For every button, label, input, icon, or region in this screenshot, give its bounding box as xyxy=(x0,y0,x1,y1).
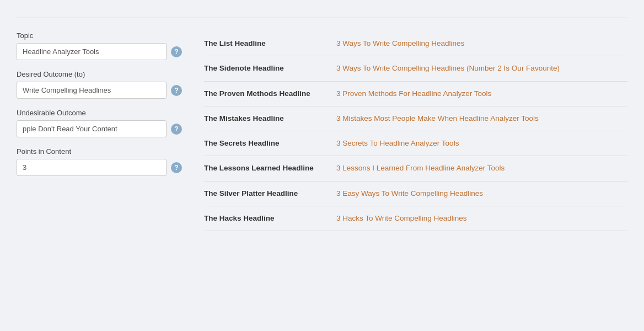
help-icon-desired_outcome[interactable]: ? xyxy=(171,85,182,96)
headline-type-label: The Hacks Headline xyxy=(204,213,325,222)
headline-value[interactable]: 3 Mistakes Most People Make When Headlin… xyxy=(336,113,627,124)
field-group-points_in_content: Points in Content? xyxy=(17,147,182,176)
headline-row: The Lessons Learned Headline3 Lessons I … xyxy=(204,156,627,181)
page-container: Topic?Desired Outcome (to)?Undesirable O… xyxy=(0,0,644,242)
label-points_in_content: Points in Content xyxy=(17,147,182,156)
input-desired_outcome[interactable] xyxy=(17,82,167,99)
right-panel: The List Headline3 Ways To Write Compell… xyxy=(204,31,627,231)
headline-row: The Silver Platter Headline3 Easy Ways T… xyxy=(204,181,627,206)
headline-value[interactable]: 3 Hacks To Write Compelling Headlines xyxy=(336,213,627,224)
headline-row: The Hacks Headline3 Hacks To Write Compe… xyxy=(204,206,627,231)
label-undesirable_outcome: Undesirable Outcome xyxy=(17,109,182,117)
label-topic: Topic xyxy=(17,31,182,40)
input-row-points_in_content: ? xyxy=(17,159,182,176)
headline-value[interactable]: 3 Easy Ways To Write Compelling Headline… xyxy=(336,188,627,199)
headline-type-label: The Secrets Headline xyxy=(204,138,325,147)
input-points_in_content[interactable] xyxy=(17,159,167,176)
headline-value[interactable]: 3 Secrets To Headline Analyzer Tools xyxy=(336,138,627,149)
input-row-undesirable_outcome: ? xyxy=(17,120,182,137)
headline-row: The Proven Methods Headline3 Proven Meth… xyxy=(204,82,627,106)
input-row-topic: ? xyxy=(17,43,182,60)
headline-row: The Secrets Headline3 Secrets To Headlin… xyxy=(204,131,627,156)
label-desired_outcome: Desired Outcome (to) xyxy=(17,70,182,78)
field-group-desired_outcome: Desired Outcome (to)? xyxy=(17,70,182,99)
headline-value[interactable]: 3 Ways To Write Compelling Headlines xyxy=(336,38,627,49)
headline-type-label: The Proven Methods Headline xyxy=(204,88,325,98)
headline-type-label: The Mistakes Headline xyxy=(204,113,325,122)
headline-row: The Mistakes Headline3 Mistakes Most Peo… xyxy=(204,106,627,131)
headline-value[interactable]: 3 Lessons I Learned From Headline Analyz… xyxy=(336,163,627,174)
headline-type-label: The Sidenote Headline xyxy=(204,63,325,72)
input-topic[interactable] xyxy=(17,43,167,60)
input-row-desired_outcome: ? xyxy=(17,82,182,99)
headline-type-label: The Silver Platter Headline xyxy=(204,188,325,197)
headline-value[interactable]: 3 Ways To Write Compelling Headlines (Nu… xyxy=(336,63,627,74)
headline-type-label: The List Headline xyxy=(204,38,325,47)
headline-row: The List Headline3 Ways To Write Compell… xyxy=(204,31,627,56)
help-icon-undesirable_outcome[interactable]: ? xyxy=(171,124,182,135)
field-group-undesirable_outcome: Undesirable Outcome? xyxy=(17,109,182,137)
headline-value[interactable]: 3 Proven Methods For Headline Analyzer T… xyxy=(336,88,627,99)
field-group-topic: Topic? xyxy=(17,31,182,60)
title-divider xyxy=(17,18,627,18)
headline-type-label: The Lessons Learned Headline xyxy=(204,163,325,172)
help-icon-points_in_content[interactable]: ? xyxy=(171,162,182,173)
left-panel: Topic?Desired Outcome (to)?Undesirable O… xyxy=(17,31,182,231)
help-icon-topic[interactable]: ? xyxy=(171,46,182,57)
main-layout: Topic?Desired Outcome (to)?Undesirable O… xyxy=(17,31,627,231)
headline-row: The Sidenote Headline3 Ways To Write Com… xyxy=(204,56,627,81)
input-undesirable_outcome[interactable] xyxy=(17,120,167,137)
